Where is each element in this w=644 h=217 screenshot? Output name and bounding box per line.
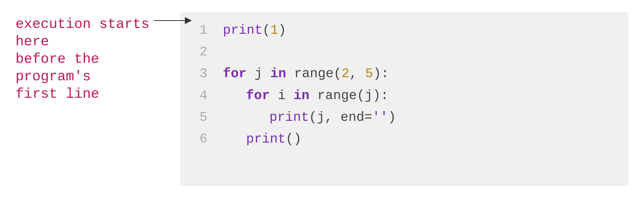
- num-1: 1: [270, 23, 278, 38]
- comma-3: ,: [350, 66, 365, 81]
- code-content-5: print(j, end=''): [223, 106, 396, 128]
- code-content-1: print(1): [223, 19, 286, 41]
- plain-5b: ): [388, 110, 396, 125]
- kw-in-4: in: [294, 88, 310, 103]
- arrow-line: [154, 20, 185, 21]
- fn-print-1: print: [223, 23, 262, 38]
- code-line-1: 1 print(1): [192, 19, 617, 41]
- code-content-3: for j in range(2, 5):: [223, 63, 389, 85]
- kw-in-3: in: [270, 66, 286, 81]
- kw-for-3: for: [223, 66, 246, 81]
- line-number-1: 1: [192, 19, 207, 41]
- plain-5a: (j, end=: [309, 110, 372, 125]
- annotation-line3: first line: [16, 86, 99, 102]
- fn-print-5: print: [270, 110, 309, 125]
- plain-j-3: j: [254, 66, 270, 81]
- line-number-3: 3: [192, 63, 207, 85]
- code-panel: 1 print(1) 2 3 for j in range(2, 5):: [180, 12, 628, 186]
- line-number-6: 6: [192, 128, 207, 150]
- str-5: '': [372, 110, 388, 125]
- plain-i-4: i: [278, 88, 294, 103]
- plain-6: (): [286, 131, 302, 146]
- paren-range-3: ):: [373, 66, 389, 81]
- code-line-4: 4 for i in range(j):: [192, 85, 617, 106]
- arrow-head: [185, 17, 192, 24]
- plain-range-4: range(j):: [317, 88, 388, 103]
- fn-print-6: print: [246, 131, 286, 146]
- line-number-5: 5: [192, 106, 207, 128]
- main-container: execution starts here before the program…: [0, 0, 644, 217]
- code-line-2: 2: [192, 41, 617, 63]
- annotation-line2: before the program's: [16, 51, 99, 85]
- code-content-4: for i in range(j):: [223, 85, 388, 106]
- code-line-5: 5 print(j, end=''): [192, 106, 617, 128]
- annotation-block: execution starts here before the program…: [16, 12, 180, 103]
- line-number-4: 4: [192, 85, 207, 106]
- arrow: [154, 17, 192, 24]
- line-number-2: 2: [192, 41, 207, 63]
- paren-open-1: (: [262, 23, 270, 38]
- code-line-3: 3 for j in range(2, 5):: [192, 63, 617, 85]
- annotation-line1: execution starts here: [16, 16, 150, 50]
- paren-close-1: ): [278, 23, 286, 38]
- code-content-6: print(): [223, 128, 302, 150]
- num-5-3: 5: [365, 66, 373, 81]
- plain-range-3: range(: [294, 66, 342, 81]
- code-content-2: [223, 41, 231, 63]
- num-2-3: 2: [342, 66, 350, 81]
- kw-for-4: for: [246, 88, 270, 103]
- code-line-6: 6 print(): [192, 128, 617, 150]
- code-block: 1 print(1) 2 3 for j in range(2, 5):: [192, 19, 617, 150]
- annotation-text: execution starts here before the program…: [16, 16, 180, 103]
